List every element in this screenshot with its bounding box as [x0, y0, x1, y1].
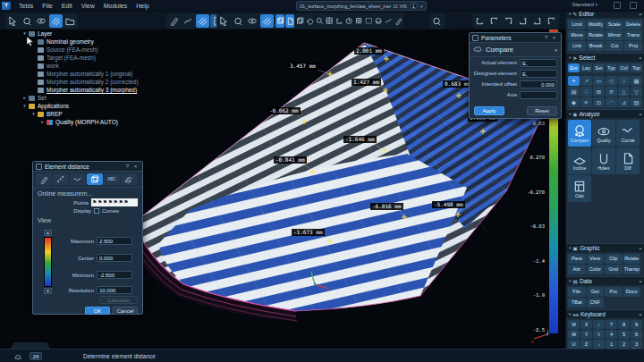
calculate-button[interactable]: Calculate [99, 296, 138, 304]
sketch-icon[interactable] [167, 14, 181, 28]
actual-element-input[interactable]: E, [520, 59, 557, 67]
select-plane-icon[interactable]: ▭ [593, 76, 605, 86]
analyze-compare-button[interactable]: Compare [568, 120, 591, 147]
tree-item-morpher-3[interactable]: Morpher automatically 3 (morphed) [30, 86, 188, 94]
shaded-sphere-icon[interactable] [374, 14, 383, 28]
minimum-input[interactable]: -2.500 [97, 271, 132, 279]
dialog-titlebar[interactable]: Element distance ? × [33, 162, 142, 172]
editor-link-button[interactable]: Link [568, 41, 586, 51]
menu-view[interactable]: View [77, 3, 99, 9]
tree-item-applications[interactable]: ▾Applications [21, 102, 188, 110]
key-u[interactable]: U [568, 340, 580, 349]
key-9[interactable]: 9 [631, 320, 642, 329]
select-circle-icon[interactable]: ○ [618, 76, 630, 86]
bell-icon[interactable] [14, 352, 22, 360]
chevron-down-icon[interactable]: ▾ [420, 4, 423, 9]
tree-item-target-mesh[interactable]: Target (FEA-mesh) [30, 54, 188, 62]
rotate-view-icon[interactable] [305, 14, 314, 28]
designed-element-input[interactable]: E, [520, 70, 557, 78]
distance-surface-tab[interactable] [87, 173, 103, 185]
editor-limit-button[interactable]: Limit [568, 20, 586, 29]
view-cube-icon[interactable] [275, 14, 284, 28]
graphic-grid-button[interactable]: Grid [605, 265, 623, 274]
reset-button[interactable]: Reset [527, 106, 557, 115]
tree-item-source-mesh[interactable]: Source (FEA-mesh) [30, 46, 188, 54]
dock-arrow-icon[interactable]: ▴ [640, 279, 641, 283]
tree-item-morpher-2[interactable]: Morpher automatically 2 (corrected) [30, 78, 188, 86]
view-preset-front-icon[interactable] [473, 14, 487, 28]
visibility-icon[interactable] [35, 14, 48, 28]
select-wedge-icon[interactable]: ⊿ [618, 97, 630, 107]
analyze-quality-button[interactable]: Quality [592, 120, 615, 147]
close-button[interactable]: × [550, 35, 558, 40]
tree-item-morpher-1[interactable]: Morpher automatically 1 (original) [30, 70, 188, 78]
select-tab-col[interactable]: Col [618, 63, 630, 72]
resolution-input[interactable]: 10.000 [97, 286, 132, 294]
data-tbat-button[interactable]: TBat [568, 298, 586, 307]
analyze-diff-button[interactable]: Diff [616, 147, 640, 174]
graphic-rotate-button[interactable]: Rotate [623, 254, 641, 264]
wireframe-cube-icon[interactable] [295, 14, 304, 28]
pick-icon[interactable] [21, 14, 34, 28]
select-boxdot-icon[interactable]: ⊡ [593, 97, 605, 107]
data-docu-button[interactable]: Docu [623, 287, 641, 297]
distance-curve-tab[interactable] [70, 173, 86, 185]
select-solid-icon[interactable]: ◆ [568, 97, 580, 107]
editor-break-button[interactable]: Break [587, 41, 605, 51]
key-5[interactable]: 5 [618, 330, 630, 339]
view-history-icon[interactable] [344, 14, 353, 28]
measure-pen-icon[interactable] [394, 14, 402, 28]
editor-modify-button[interactable]: Modify [587, 20, 605, 29]
apply-button[interactable]: Apply [474, 106, 504, 115]
key-4[interactable]: 4 [606, 330, 617, 339]
select-tab-set[interactable]: Set [593, 63, 605, 72]
view-preset-left-icon[interactable] [516, 14, 530, 28]
open-folder-icon[interactable] [64, 14, 77, 28]
select-triup-icon[interactable]: △ [618, 87, 630, 97]
shading-icon[interactable] [260, 14, 274, 28]
mouse-settings-icon[interactable] [430, 14, 444, 28]
graphic-attr-button[interactable]: Attr [568, 265, 586, 274]
stamp-icon[interactable] [217, 14, 231, 28]
editor-mirror-button[interactable]: Mirror [606, 30, 623, 40]
status-notch[interactable] [11, 342, 50, 349]
dock-arrow-icon[interactable]: ▴ [640, 55, 641, 60]
curves-checkbox[interactable] [94, 208, 99, 214]
select-diamond-icon[interactable]: ◇ [606, 76, 617, 86]
cancel-button[interactable]: Cancel [113, 307, 138, 315]
zebra-analysis-icon[interactable] [49, 14, 63, 28]
key-shift[interactable]: ⇧ [593, 330, 605, 339]
key-6[interactable]: 6 [631, 330, 642, 339]
graphic-view-button[interactable]: View [587, 254, 605, 264]
data-section-header[interactable]: ▾▤Data▴ [566, 276, 644, 285]
menu-edit[interactable]: Edit [57, 3, 77, 9]
grab-icon[interactable] [232, 14, 245, 28]
dialog-titlebar[interactable]: Parameters ? × [470, 33, 561, 43]
select-add-icon[interactable]: + [568, 76, 580, 86]
menu-help[interactable]: Help [131, 3, 153, 9]
key-x[interactable]: X [580, 320, 592, 329]
zoom-icon[interactable] [315, 14, 324, 28]
key-8[interactable]: 8 [618, 320, 630, 329]
select-hatch-icon[interactable]: ▤ [568, 87, 580, 97]
graphic-transp-button[interactable]: Transp [623, 265, 641, 274]
select-arc-icon[interactable]: ◠ [606, 97, 617, 107]
data-cnf-button[interactable]: CNF [587, 298, 605, 307]
eye-icon[interactable] [246, 14, 259, 28]
dock-arrow-icon[interactable]: ▴ [640, 12, 641, 16]
select-mesh-icon[interactable]: ▦ [631, 76, 642, 86]
menu-file[interactable]: File [38, 3, 56, 9]
editor-delete-button[interactable]: Delete [624, 20, 642, 29]
select-tab-ent[interactable]: Ent [568, 63, 580, 72]
analyze-holes-button[interactable]: Holes [592, 147, 615, 174]
select-tridown-icon[interactable]: ▽ [631, 87, 642, 97]
tree-item-set[interactable]: ▸Set [21, 94, 188, 102]
scale-down-button[interactable]: ▼ [44, 288, 52, 294]
select-tab-top[interactable]: Top [631, 63, 642, 72]
graphic-section-header[interactable]: ▾▣Graphic▴ [566, 243, 644, 252]
analyze-section-header[interactable]: ▾◉Analyze▴ [566, 109, 644, 118]
workspace-preset-dropdown[interactable]: Standard ▾ [572, 2, 597, 7]
select-layers-icon[interactable]: ≡ [580, 97, 592, 107]
center-input[interactable]: 0.000 [97, 254, 132, 262]
view-corner-icon[interactable] [335, 14, 343, 28]
